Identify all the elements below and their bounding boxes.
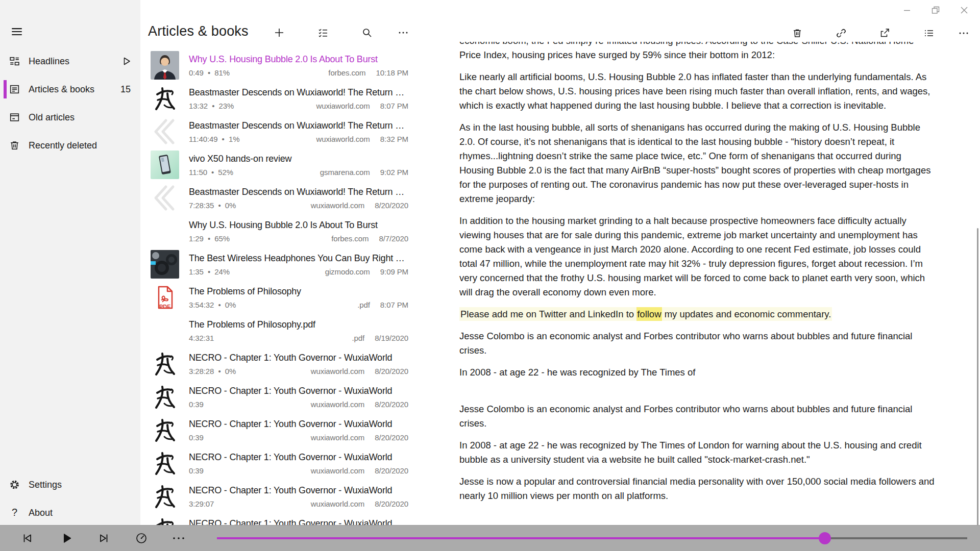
article-list-item[interactable]: Why U.S. Housing Bubble 2.0 Is About To … xyxy=(140,216,413,249)
player-more-button[interactable] xyxy=(168,528,189,548)
article-source: gsmarena.com xyxy=(320,168,370,177)
article-timestamp: 8/20/2020 xyxy=(375,433,408,442)
article-list-item[interactable]: NECRO - Chapter 1: Youth Governor - Wuxi… xyxy=(140,415,413,448)
link-icon xyxy=(836,28,847,39)
svg-text:PDF: PDF xyxy=(159,304,170,310)
article-list-item[interactable]: Beastmaster Descends on Wuxiaworld! The … xyxy=(140,183,413,216)
more-icon xyxy=(398,27,409,38)
outline-button[interactable] xyxy=(919,23,939,43)
sidebar-item-articles-books[interactable]: Articles & books 15 xyxy=(0,75,140,103)
skip-forward-icon xyxy=(97,531,111,545)
reader-pane: economic boom, the Fed simply re-inflate… xyxy=(413,0,980,525)
article-list-item[interactable]: PDF The Problems of Philosophy 3:54:32 •… xyxy=(140,282,413,315)
sidebar-item-headlines[interactable]: Headlines xyxy=(0,47,140,75)
article-source: .pdf xyxy=(352,334,364,342)
article-list-item[interactable]: NECRO - Chapter 1: Youth Governor - Wuxi… xyxy=(140,348,413,382)
thumbnail-calligraphy xyxy=(151,449,179,478)
article-meta: 3:28:28 • 0% wuxiaworld.com 8/20/2020 xyxy=(189,367,408,375)
article-list-item[interactable]: The Best Wireless Headphones You Can Buy… xyxy=(140,249,413,282)
article-list-item[interactable]: NECRO - Chapter 1: Youth Governor - Wuxi… xyxy=(140,448,413,481)
sidebar-item-settings[interactable]: Settings xyxy=(0,470,140,498)
share-button[interactable] xyxy=(874,23,895,43)
progress-slider[interactable] xyxy=(217,525,967,551)
article-duration-progress: 3:29:07 xyxy=(189,499,214,508)
thumbnail-calligraphy xyxy=(151,349,179,378)
search-button[interactable] xyxy=(357,22,377,43)
svg-text:?: ? xyxy=(12,507,17,518)
thumbnail-calligraphy xyxy=(151,416,179,444)
copy-link-button[interactable] xyxy=(831,23,851,43)
article-timestamp: 8:32 PM xyxy=(380,135,408,143)
article-title: Why U.S. Housing Bubble 2.0 Is About To … xyxy=(189,219,408,231)
article-duration-progress: 13:32 • 23% xyxy=(189,102,234,110)
article-list-item[interactable]: vivo X50 hands-on review 11:50 • 52% gsm… xyxy=(140,149,413,183)
delete-icon xyxy=(792,28,803,39)
list-more-button[interactable] xyxy=(393,22,413,43)
reader-more-button[interactable] xyxy=(953,23,974,43)
skip-back-button[interactable] xyxy=(17,528,37,548)
close-button[interactable] xyxy=(952,0,976,20)
article-timestamp: 8/20/2020 xyxy=(375,466,408,475)
sidebar-item-about[interactable]: ? About xyxy=(0,498,140,527)
article-title: NECRO - Chapter 1: Youth Governor - Wuxi… xyxy=(189,385,408,397)
article-meta: 0:39 wuxiaworld.com 8/20/2020 xyxy=(189,466,408,475)
article-list-item[interactable]: Beastmaster Descends on Wuxiaworld! The … xyxy=(140,116,413,149)
play-headlines-icon[interactable] xyxy=(121,56,132,66)
article-paragraph: economic boom, the Fed simply re-inflate… xyxy=(459,42,937,62)
article-list-item[interactable]: NECRO - Chapter 1: Youth Governor - Wuxi… xyxy=(140,481,413,514)
article-duration-progress: 3:54:32 • 0% xyxy=(189,300,236,309)
article-meta: 3:29:07 wuxiaworld.com 8/20/2020 xyxy=(189,499,408,508)
delete-article-button[interactable] xyxy=(787,23,807,43)
article-meta: 0:49 • 81% forbes.com 10:18 PM xyxy=(189,68,408,77)
multiselect-icon xyxy=(317,27,329,38)
article-paragraph: Jesse Colombo is an economic analyst and… xyxy=(459,402,937,431)
sidebar-item-label: About xyxy=(29,507,53,518)
article-list-item[interactable]: NECRO - Chapter 1: Youth Governor - Wuxi… xyxy=(140,382,413,415)
slider-thumb[interactable] xyxy=(819,532,831,544)
article-paragraph: Jesse is now a popular and controversial… xyxy=(459,474,937,503)
sidebar-item-recently-deleted[interactable]: Recently deleted xyxy=(0,131,140,159)
add-icon xyxy=(274,27,285,38)
minimize-button[interactable] xyxy=(895,0,919,20)
article-list-item[interactable]: NECRO - Chapter 1: Youth Governor - Wuxi… xyxy=(140,514,413,525)
playback-speed-button[interactable] xyxy=(131,528,152,548)
tts-highlight-sentence: Please add me on Twitter and LinkedIn to… xyxy=(459,307,832,321)
article-paragraph: Please add me on Twitter and LinkedIn to… xyxy=(459,307,937,321)
article-source: wuxiaworld.com xyxy=(316,135,370,143)
more-icon xyxy=(172,531,186,545)
hamburger-menu-button[interactable] xyxy=(3,22,26,42)
add-article-button[interactable] xyxy=(269,22,289,43)
article-timestamp: 8:07 PM xyxy=(380,102,408,110)
multiselect-button[interactable] xyxy=(313,22,333,43)
article-title: NECRO - Chapter 1: Youth Governor - Wuxi… xyxy=(189,418,408,430)
article-list-item[interactable]: Why U.S. Housing Bubble 2.0 Is About To … xyxy=(140,50,413,83)
thumbnail-headphones xyxy=(151,250,179,279)
thumbnail-calligraphy xyxy=(151,515,179,525)
article-source: wuxiaworld.com xyxy=(311,499,364,508)
close-icon xyxy=(959,5,969,15)
play-button[interactable] xyxy=(56,528,77,548)
article-meta: 1:29 • 65% forbes.com 8/7/2020 xyxy=(189,234,408,243)
search-icon xyxy=(361,27,373,38)
article-list-item[interactable]: Beastmaster Descends on Wuxiaworld! The … xyxy=(140,83,413,116)
article-timestamp: 8/20/2020 xyxy=(375,499,408,508)
speed-gauge-icon xyxy=(134,531,149,545)
play-icon xyxy=(59,531,74,545)
article-source: wuxiaworld.com xyxy=(311,400,364,409)
article-source: gizmodo.com xyxy=(325,267,370,276)
article-meta: 11:50 • 52% gsmarena.com 9:02 PM xyxy=(189,168,408,177)
restore-button[interactable] xyxy=(924,0,947,20)
thumbnail-pdf: PDF xyxy=(151,283,179,312)
article-timestamp: 8/20/2020 xyxy=(375,201,408,210)
sidebar-item-label: Headlines xyxy=(29,56,69,66)
article-timestamp: 8:07 PM xyxy=(380,300,408,309)
article-duration-progress: 11:50 • 52% xyxy=(189,168,233,177)
article-list-item[interactable]: The Problems of Philosophy.pdf 4:32:31 .… xyxy=(140,315,413,348)
sidebar-item-old-articles[interactable]: Old articles xyxy=(0,103,140,131)
reader-scrollbar[interactable] xyxy=(977,228,978,527)
article-timestamp: 8/19/2020 xyxy=(375,334,408,342)
skip-forward-button[interactable] xyxy=(94,528,114,548)
article-duration-progress: 4:32:31 xyxy=(189,334,214,342)
sidebar-item-label: Old articles xyxy=(29,112,75,122)
article-paragraph: As in the last housing bubble, all sorts… xyxy=(459,120,937,206)
